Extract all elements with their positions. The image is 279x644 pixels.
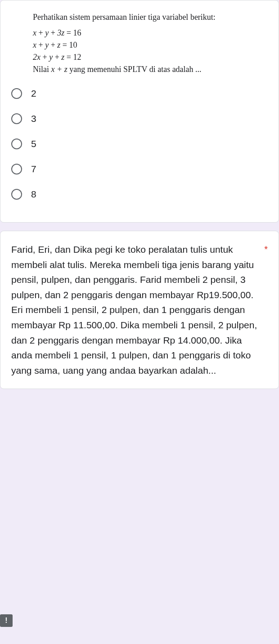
q1-eq1: x + y + 3z = 16: [11, 27, 268, 39]
option-row-5[interactable]: 8: [11, 182, 268, 207]
option-label: 3: [31, 113, 36, 124]
radio-icon[interactable]: [11, 189, 22, 200]
option-label: 2: [31, 88, 36, 99]
q1-tail: Nilai x + z yang memenuhi SPLTV di atas …: [11, 63, 268, 76]
radio-icon[interactable]: [11, 113, 22, 124]
option-row-1[interactable]: 2: [11, 81, 268, 106]
option-row-4[interactable]: 7: [11, 157, 268, 182]
radio-icon[interactable]: [11, 139, 22, 149]
question-card-2: Farid, Eri, dan Dika pegi ke toko perala…: [0, 231, 279, 389]
q1-eq3: 2x + y + z = 12: [11, 51, 268, 63]
option-row-2[interactable]: 3: [11, 106, 268, 131]
option-label: 5: [31, 139, 36, 149]
option-label: 7: [31, 164, 36, 174]
question-card-1: Perhatikan sistem persamaan linier tiga …: [0, 0, 279, 223]
radio-icon[interactable]: [11, 164, 22, 174]
q1-eq2: x + y + z = 10: [11, 39, 268, 51]
required-star-icon: *: [264, 242, 268, 256]
q2-text: Farid, Eri, dan Dika pegi ke toko perala…: [11, 242, 261, 378]
option-row-3[interactable]: 5: [11, 131, 268, 157]
q1-intro: Perhatikan sistem persamaan linier tiga …: [11, 11, 268, 23]
radio-icon[interactable]: [11, 88, 22, 99]
option-label: 8: [31, 189, 36, 200]
